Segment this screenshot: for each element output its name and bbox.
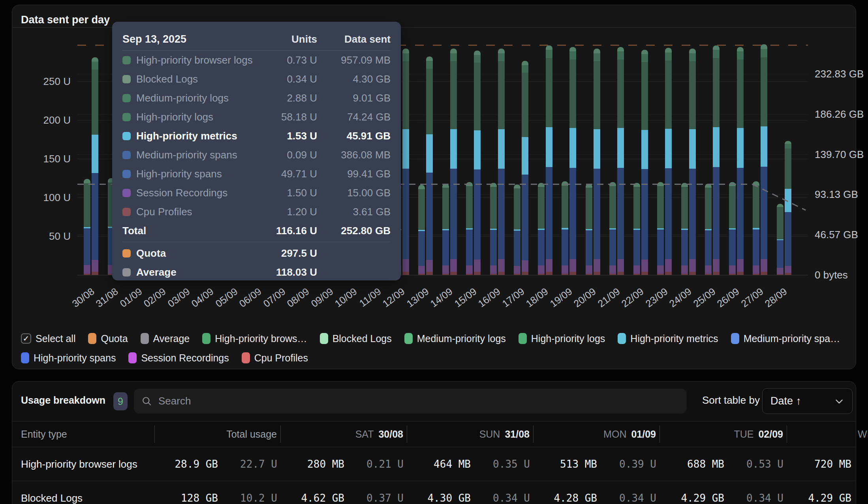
chart-legend: ✓ Select all QuotaAverageHigh-priority b… bbox=[21, 333, 854, 364]
tooltip-row: High-priority browser logs0.73 U957.09 M… bbox=[122, 51, 391, 70]
legend-select-all[interactable]: ✓ Select all bbox=[21, 333, 75, 344]
bar-data-sent-22/09[interactable] bbox=[641, 49, 648, 275]
bar-segment bbox=[586, 274, 592, 275]
bar-data-sent-21/09[interactable] bbox=[617, 47, 624, 275]
bar-segment bbox=[665, 259, 672, 272]
bar-segment bbox=[761, 57, 767, 126]
search-input[interactable] bbox=[158, 395, 632, 407]
bar-segment bbox=[641, 169, 648, 259]
bar-segment bbox=[426, 272, 433, 275]
legend-item[interactable]: Average bbox=[141, 333, 190, 344]
bar-units-26/09[interactable] bbox=[729, 182, 736, 275]
legend-item[interactable]: High-priority spans bbox=[21, 352, 116, 364]
bar-segment bbox=[641, 62, 648, 130]
legend-item[interactable]: Cpu Profiles bbox=[242, 352, 308, 364]
bar-segment bbox=[569, 272, 576, 275]
y-axis-label-left: 100 U bbox=[35, 192, 71, 204]
bar-segment bbox=[761, 126, 767, 167]
tooltip-quota-label: Quota bbox=[136, 247, 258, 260]
bar-segment bbox=[474, 55, 481, 63]
bar-segment bbox=[450, 169, 457, 259]
bar-segment bbox=[490, 187, 497, 229]
legend-swatch bbox=[88, 333, 96, 344]
cell-units-value: 0.34 U bbox=[619, 492, 656, 504]
bar-units-19/09[interactable] bbox=[562, 181, 568, 275]
column-header-date: WED03/09 bbox=[858, 429, 868, 440]
bar-data-sent-28/09[interactable] bbox=[785, 141, 791, 275]
bar-units-16/09[interactable] bbox=[490, 183, 497, 275]
column-day-abbrev: SAT bbox=[355, 429, 374, 440]
bar-segment bbox=[522, 61, 528, 65]
bar-segment bbox=[546, 127, 552, 167]
column-separator bbox=[787, 425, 787, 443]
tooltip-series-name: Blocked Logs bbox=[136, 73, 258, 85]
bar-data-sent-12/09[interactable] bbox=[402, 49, 409, 275]
bar-data-sent-23/09[interactable] bbox=[665, 48, 672, 275]
bar-units-24/09[interactable] bbox=[681, 183, 688, 275]
legend-label: High-priority spans bbox=[34, 352, 116, 364]
legend-item[interactable]: Blocked Logs bbox=[320, 333, 392, 344]
bar-segment bbox=[498, 272, 505, 275]
cell-units-value: 22.7 U bbox=[240, 458, 277, 470]
bar-units-23/09[interactable] bbox=[657, 182, 664, 275]
bar-data-sent-13/09[interactable] bbox=[426, 56, 433, 275]
bar-data-sent-19/09[interactable] bbox=[569, 47, 576, 275]
legend-item[interactable]: Session Recordings bbox=[128, 352, 229, 364]
column-day-abbrev: SUN bbox=[479, 429, 500, 440]
bar-data-sent-14/09[interactable] bbox=[450, 49, 457, 275]
table-row[interactable]: High-priority browser logs28.9 GB22.7 U2… bbox=[12, 447, 856, 481]
bar-segment bbox=[466, 274, 473, 275]
series-swatch-icon bbox=[122, 132, 131, 140]
legend-item[interactable]: Medium-priority spa… bbox=[731, 333, 840, 344]
bar-units-13/09[interactable] bbox=[418, 185, 425, 275]
bar-segment bbox=[84, 228, 90, 265]
cell-data-value: 464 MB bbox=[434, 458, 471, 470]
series-swatch-icon bbox=[122, 94, 131, 102]
column-date: 01/09 bbox=[631, 429, 656, 440]
bar-segment bbox=[665, 60, 672, 128]
column-date: 30/08 bbox=[378, 429, 403, 440]
bar-data-sent-18/09[interactable] bbox=[546, 45, 552, 275]
bar-data-sent-17/09[interactable] bbox=[522, 61, 528, 275]
select-all-checkbox[interactable]: ✓ bbox=[21, 333, 31, 344]
bar-units-17/09[interactable] bbox=[514, 184, 520, 275]
bar-segment bbox=[729, 274, 736, 275]
legend-swatch bbox=[320, 333, 328, 344]
bar-units-21/09[interactable] bbox=[609, 182, 616, 275]
legend-item[interactable]: High-priority brows… bbox=[202, 333, 307, 344]
search-box[interactable] bbox=[134, 389, 687, 414]
bar-data-sent-15/09[interactable] bbox=[474, 51, 481, 275]
bar-data-sent-26/09[interactable] bbox=[737, 47, 744, 275]
bar-units-30/08[interactable] bbox=[84, 179, 90, 275]
bar-segment bbox=[522, 272, 528, 275]
cell-units-value: 0.34 U bbox=[493, 492, 530, 504]
bar-data-sent-16/09[interactable] bbox=[498, 49, 505, 275]
bar-data-sent-24/09[interactable] bbox=[689, 49, 696, 275]
bar-units-22/09[interactable] bbox=[633, 183, 640, 275]
legend-item[interactable]: Medium-priority logs bbox=[404, 333, 506, 344]
bar-units-18/09[interactable] bbox=[538, 183, 545, 275]
bar-units-14/09[interactable] bbox=[442, 184, 449, 275]
bar-segment bbox=[641, 272, 648, 275]
bar-segment bbox=[617, 47, 624, 52]
bar-units-28/09[interactable] bbox=[777, 204, 783, 275]
bar-data-sent-25/09[interactable] bbox=[713, 45, 720, 275]
cell-units-value: 0.34 U bbox=[746, 492, 783, 504]
sort-dropdown[interactable]: Date ↑ bbox=[762, 388, 853, 414]
bar-segment bbox=[442, 274, 449, 275]
bar-data-sent-27/09[interactable] bbox=[761, 44, 767, 275]
legend-item[interactable]: Quota bbox=[88, 333, 128, 344]
column-separator bbox=[407, 425, 407, 443]
bar-units-25/09[interactable] bbox=[705, 184, 712, 275]
table-row[interactable]: Blocked Logs128 GB10.2 U4.62 GB0.37 U4.3… bbox=[12, 481, 856, 504]
bar-units-20/09[interactable] bbox=[586, 184, 592, 275]
bar-segment bbox=[92, 272, 98, 275]
cell-data-value: 4.62 GB bbox=[301, 492, 344, 504]
bar-units-27/09[interactable] bbox=[753, 181, 759, 275]
table-column-headers: Entity typeTotal usageSAT30/08SUN31/08MO… bbox=[12, 421, 856, 447]
legend-item[interactable]: High-priority metrics bbox=[618, 333, 718, 344]
bar-units-15/09[interactable] bbox=[466, 182, 473, 275]
legend-item[interactable]: High-priority logs bbox=[519, 333, 605, 344]
bar-data-sent-20/09[interactable] bbox=[594, 49, 600, 275]
bar-data-sent-30/08[interactable] bbox=[92, 57, 98, 275]
